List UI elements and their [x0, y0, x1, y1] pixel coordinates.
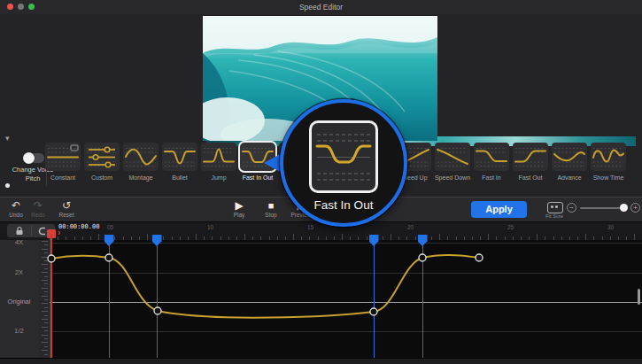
horizontal-scrollbar-track[interactable] — [0, 358, 642, 364]
stop-button[interactable]: ■ Stop — [257, 200, 285, 218]
ruler-tick — [74, 236, 75, 240]
preset-label: Jump — [199, 174, 238, 181]
preset-constant[interactable]: Constant — [43, 143, 82, 181]
axis-tick — [44, 322, 48, 323]
ruler-tick — [561, 236, 562, 240]
preset-thumbnail[interactable] — [123, 143, 159, 171]
ruler-tick — [123, 236, 124, 240]
apply-button[interactable]: Apply — [471, 201, 527, 218]
preset-montage[interactable]: Montage — [121, 143, 160, 181]
ruler-tick — [602, 236, 603, 240]
axis-tick — [42, 296, 48, 297]
reset-button[interactable]: ↺ Reset — [52, 200, 81, 218]
preset-thumbnail[interactable] — [84, 143, 120, 171]
axis-tick — [44, 315, 48, 316]
playhead-chevron-icon: › — [58, 228, 60, 237]
ruler-tick — [204, 236, 205, 240]
ruler-label: 20 — [407, 224, 414, 230]
ruler-tick — [456, 236, 457, 240]
axis-tick — [42, 288, 48, 289]
preset-fast-out[interactable]: Fast Out — [511, 143, 550, 181]
preset-thumbnail[interactable] — [435, 143, 470, 171]
ruler-tick — [593, 236, 594, 240]
ruler-tick — [196, 234, 197, 240]
preset-fast-in[interactable]: Fast In — [472, 143, 511, 181]
ruler-tick — [521, 236, 522, 240]
axis-tick — [44, 307, 48, 308]
ruler-tick — [293, 234, 294, 240]
axis-tick — [44, 283, 48, 284]
keyframe-line — [374, 244, 375, 358]
ruler-tick — [334, 236, 335, 240]
preset-thumbnail[interactable] — [513, 143, 548, 171]
zoom-out-button[interactable]: − — [567, 203, 576, 213]
preset-thumbnail[interactable] — [201, 143, 236, 171]
ruler-tick — [342, 234, 343, 240]
axis-tick — [44, 346, 48, 347]
ruler-tick — [439, 234, 440, 240]
reset-icon: ↺ — [52, 200, 81, 211]
ruler-tick — [309, 236, 310, 240]
ruler-tick — [188, 236, 189, 240]
ruler-tick — [626, 236, 627, 240]
ruler-tick — [285, 236, 286, 240]
ruler-tick — [301, 236, 302, 240]
ruler-tick — [553, 236, 554, 240]
preset-thumbnail[interactable] — [45, 143, 81, 171]
preset-label: Fast Out — [511, 174, 550, 181]
ruler-tick — [513, 236, 514, 240]
preset-label: Custom — [82, 174, 121, 181]
ruler-label: 10 — [207, 224, 213, 230]
zoom-slider-handle[interactable] — [620, 204, 628, 212]
magnified-curve — [317, 146, 370, 162]
axis-tick — [44, 268, 48, 269]
ruler-tick — [277, 236, 278, 240]
axis-tick — [44, 244, 48, 245]
preset-bullet[interactable]: Bullet — [160, 143, 199, 181]
preset-jump[interactable]: Jump — [199, 143, 238, 181]
ruler-tick — [618, 236, 619, 240]
ruler-label: 05 — [107, 224, 113, 230]
preset-speed-down[interactable]: Speed Down — [433, 143, 472, 181]
playhead-line[interactable] — [50, 234, 52, 358]
redo-icon: ↷ — [24, 200, 52, 211]
preset-advance[interactable]: Advance — [550, 143, 589, 181]
ruler-tick — [172, 236, 173, 240]
ruler-tick — [114, 236, 115, 240]
axis-tick — [42, 335, 48, 336]
ruler-tick — [212, 236, 213, 240]
timeline-ruler[interactable]: 00:00:00.00 051015202530 › — [0, 221, 642, 240]
ruler-label: 25 — [507, 224, 514, 230]
preset-thumbnail[interactable] — [591, 143, 626, 171]
preset-show-time[interactable]: Show Time — [589, 143, 628, 181]
preset-label: Constant — [43, 174, 82, 181]
ruler-tick — [358, 236, 359, 240]
axis-tick — [42, 280, 48, 281]
play-button[interactable]: ▶ Play — [225, 200, 253, 218]
preset-custom[interactable]: Custom — [82, 143, 121, 181]
axis-tick — [42, 303, 48, 304]
snap-icon[interactable] — [38, 227, 47, 236]
speed-graph-plot[interactable] — [50, 239, 642, 358]
speed-axis-ruler — [38, 239, 50, 358]
magnified-preset-thumb — [309, 120, 378, 193]
vertical-scrollbar-handle[interactable] — [638, 289, 640, 305]
axis-tick — [42, 241, 48, 242]
fit-size-icon[interactable] — [547, 202, 563, 213]
zoom-in-button[interactable]: + — [630, 203, 640, 213]
keyframe-line — [109, 244, 110, 358]
redo-button[interactable]: ↷ Redo — [24, 200, 52, 218]
keyframe-line — [422, 244, 423, 358]
axis-tick — [42, 327, 48, 328]
ruler-tick — [505, 236, 506, 240]
ruler-tick — [577, 236, 578, 240]
axis-tick — [44, 291, 48, 292]
ruler-tick — [406, 236, 407, 240]
preset-thumbnail[interactable] — [162, 143, 197, 171]
preset-label: Montage — [121, 174, 160, 181]
ruler-tick — [529, 236, 530, 240]
preset-thumbnail[interactable] — [552, 143, 587, 171]
lock-icon[interactable] — [15, 226, 24, 236]
ruler-tick — [634, 234, 635, 240]
preset-thumbnail[interactable] — [474, 143, 509, 171]
